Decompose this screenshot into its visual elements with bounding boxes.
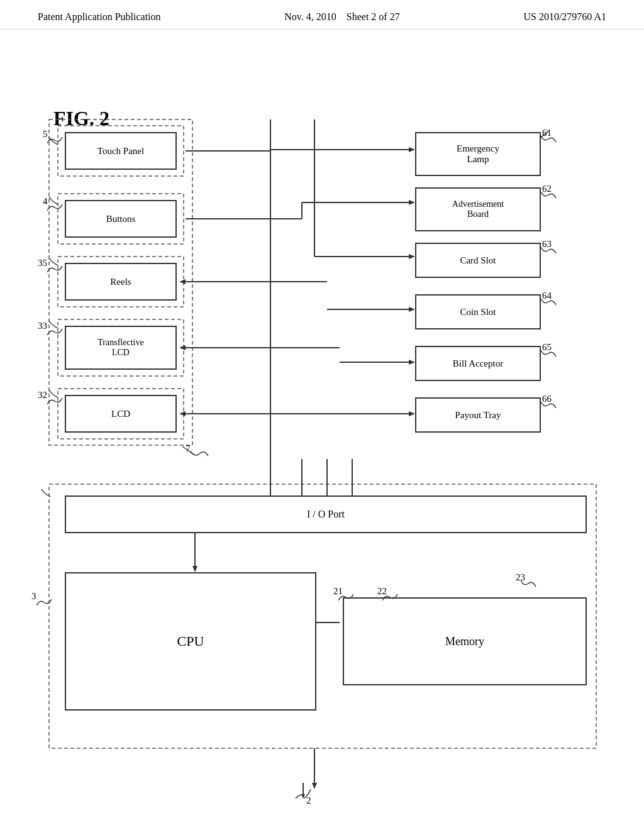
label-3: 3 xyxy=(31,591,36,602)
coin-slot-box: Coin Slot xyxy=(415,294,541,329)
bill-acceptor-box: Bill Acceptor xyxy=(415,346,541,381)
lcd-box: LCD xyxy=(65,395,177,433)
svg-marker-15 xyxy=(409,200,415,205)
svg-marker-26 xyxy=(409,360,415,365)
svg-marker-11 xyxy=(409,147,415,152)
figure-label: FIG. 2 xyxy=(53,107,109,130)
label-7: 7 xyxy=(186,443,191,454)
advertisement-board-box: Advertisement Board xyxy=(415,187,541,231)
label-32: 32 xyxy=(38,390,47,401)
label-33: 33 xyxy=(38,321,47,331)
svg-marker-30 xyxy=(409,411,415,416)
buttons-box: Buttons xyxy=(65,200,177,238)
header-left: Patent Application Publication xyxy=(38,11,161,23)
svg-marker-40 xyxy=(192,566,197,572)
reels-box: Reels xyxy=(65,263,177,301)
io-port-box: I / O Port xyxy=(65,495,587,533)
emergency-lamp-box: Emergency Lamp xyxy=(415,132,541,176)
diagram-area: FIG. 2 xyxy=(0,44,644,830)
svg-marker-24 xyxy=(179,345,186,350)
cpu-box: CPU xyxy=(65,572,316,711)
label-35: 35 xyxy=(38,258,47,268)
touch-panel-box: Touch Panel xyxy=(65,132,177,170)
svg-marker-22 xyxy=(409,307,415,312)
transflective-lcd-box: Transflective LCD xyxy=(65,326,177,370)
svg-marker-44 xyxy=(301,794,305,799)
svg-marker-28 xyxy=(179,411,186,416)
payout-tray-box: Payout Tray xyxy=(415,397,541,433)
page-header: Patent Application Publication Nov. 4, 2… xyxy=(0,0,644,30)
header-right: US 2010/279760 A1 xyxy=(523,11,606,23)
memory-box: Memory xyxy=(343,597,587,685)
svg-marker-20 xyxy=(179,279,186,284)
card-slot-box: Card Slot xyxy=(415,243,541,278)
svg-marker-18 xyxy=(409,254,415,259)
header-center: Nov. 4, 2010 Sheet 2 of 27 xyxy=(284,11,399,23)
